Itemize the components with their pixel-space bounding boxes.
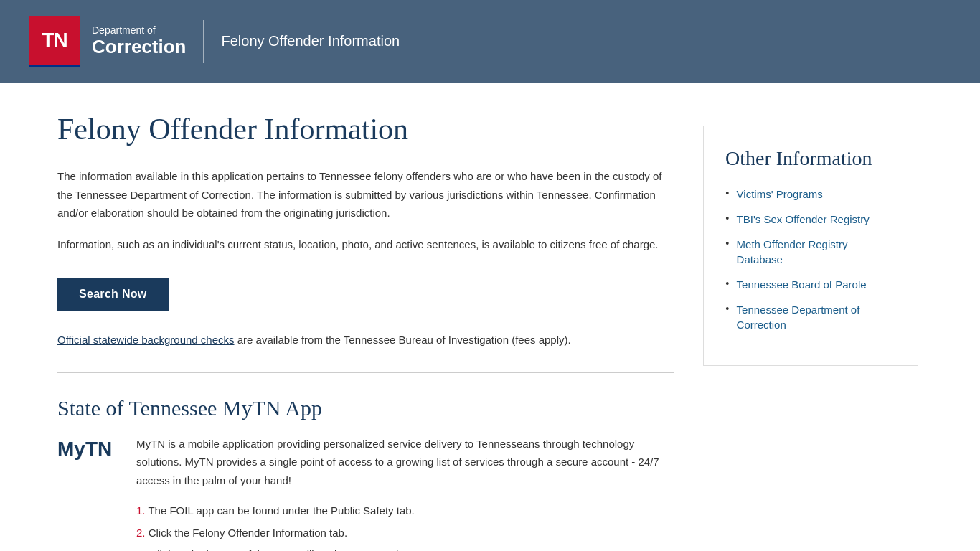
bg-check-suffix: are available from the Tennessee Bureau … [235,334,571,346]
mytn-description: MyTN is a mobile application providing p… [136,435,674,490]
correction-label: Correction [92,36,186,58]
mytn-steps-list: 1. The FOIL app can be found under the P… [136,501,674,551]
mytn-step-3: 3. A link at the bottom of the page will… [136,545,674,551]
mytn-content: MyTN is a mobile application providing p… [136,435,674,551]
other-information-box: Other Information Victims' Programs TBI'… [703,126,918,366]
victims-programs-link[interactable]: Victims' Programs [737,187,823,202]
mytn-section-title: State of Tennessee MyTN App [57,396,674,420]
list-item: Meth Offender Registry Database [725,237,896,267]
sidebar: Other Information Victims' Programs TBI'… [703,111,918,551]
main-container: Felony Offender Information The informat… [0,83,980,551]
intro-paragraph-2: Information, such as an individual's cur… [57,235,674,254]
list-item: Tennessee Board of Parole [725,277,896,292]
mytn-row: MyTN MyTN is a mobile application provid… [57,435,674,551]
mytn-step-1: 1. The FOIL app can be found under the P… [136,501,674,522]
list-item: TBI's Sex Offender Registry [725,212,896,227]
site-header: TN Department of Correction Felony Offen… [0,0,980,83]
sidebar-title: Other Information [725,146,896,171]
dept-of-label: Department of [92,24,186,37]
tennessee-dept-correction-link[interactable]: Tennessee Department of Correction [737,302,896,332]
header-page-title: Felony Offender Information [221,33,400,50]
list-item: Victims' Programs [725,187,896,202]
search-now-button[interactable]: Search Now [57,278,169,311]
mytn-logo: MyTN [57,435,122,461]
sidebar-links-list: Victims' Programs TBI's Sex Offender Reg… [725,187,896,332]
main-content: Felony Offender Information The informat… [57,111,674,551]
department-name: Department of Correction [92,24,186,59]
mytn-step-2: 2. Click the Felony Offender Information… [136,523,674,544]
intro-paragraph-1: The information available in this applic… [57,167,674,222]
background-check-text: Official statewide background checks are… [57,331,674,349]
header-divider [203,20,204,63]
tn-logo: TN [29,16,80,67]
sex-offender-registry-link[interactable]: TBI's Sex Offender Registry [737,212,870,227]
list-item: Tennessee Department of Correction [725,302,896,332]
page-title: Felony Offender Information [57,111,674,147]
tennessee-board-of-parole-link[interactable]: Tennessee Board of Parole [737,277,867,292]
meth-offender-registry-link[interactable]: Meth Offender Registry Database [737,237,896,267]
bg-check-link[interactable]: Official statewide background checks [57,334,235,346]
section-divider [57,372,674,373]
